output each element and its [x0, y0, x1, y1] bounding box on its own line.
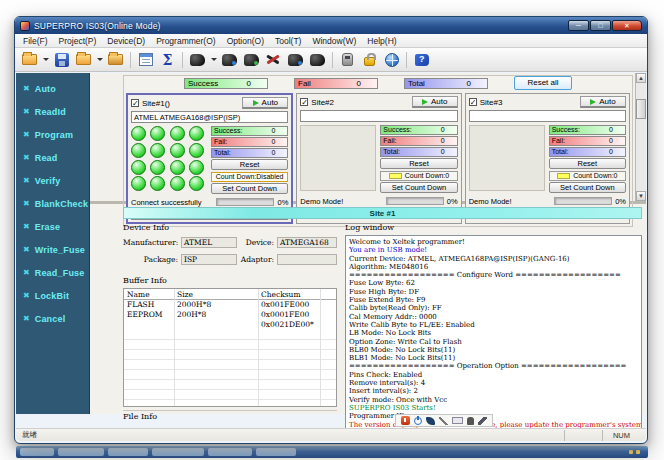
- site1-device-field[interactable]: ATMEL ATMEGA168@ISP(ISP): [131, 111, 288, 123]
- sidebar-item-blankcheck[interactable]: BlankCheck: [16, 192, 89, 215]
- col-checksum: Checksum: [258, 289, 320, 299]
- help-icon[interactable]: [412, 50, 431, 69]
- site1-set-countdown-button[interactable]: Set Count Down: [211, 183, 288, 194]
- cell: 0x001FE000: [258, 300, 320, 310]
- lock-icon[interactable]: [360, 50, 379, 69]
- led-icon: [131, 126, 146, 141]
- program-device-icon[interactable]: [242, 50, 261, 69]
- select-device-icon[interactable]: [188, 50, 207, 69]
- scroll-down-icon[interactable]: ▼: [636, 191, 646, 201]
- package-field: ISP: [181, 254, 237, 265]
- user-icon[interactable]: [467, 417, 474, 425]
- taskbar-button[interactable]: [108, 448, 148, 456]
- taskbar-button[interactable]: [256, 448, 296, 456]
- site1-auto-button[interactable]: Auto: [242, 97, 288, 109]
- robot-icon[interactable]: [338, 50, 357, 69]
- site2-total: Total:0: [380, 147, 457, 157]
- site2-auto-button[interactable]: Auto: [412, 96, 458, 108]
- site3-device-field[interactable]: [469, 110, 626, 122]
- sidebar-item-cancel[interactable]: Cancel: [16, 307, 89, 330]
- auto-sigma-icon[interactable]: Σ: [158, 50, 177, 69]
- maximize-button[interactable]: □: [590, 20, 611, 31]
- open-dropdown-icon[interactable]: [43, 58, 49, 61]
- site2-set-countdown-button[interactable]: Set Count Down: [380, 182, 457, 193]
- site3-reset-button[interactable]: Reset: [549, 158, 626, 169]
- site2-reset-button[interactable]: Reset: [380, 158, 457, 169]
- scroll-up-icon[interactable]: ▲: [636, 73, 646, 83]
- file-info-title: File Info: [123, 412, 337, 422]
- site2-checkbox[interactable]: [300, 98, 308, 106]
- menu-tool[interactable]: Tool(T): [275, 36, 301, 46]
- site3-auto-button[interactable]: Auto: [580, 96, 626, 108]
- menu-window[interactable]: Window(W): [312, 36, 356, 46]
- read-device-icon[interactable]: [220, 50, 239, 69]
- site-tab[interactable]: Site #1: [123, 207, 642, 219]
- device-dropdown-icon[interactable]: [211, 58, 217, 61]
- keyboard-icon[interactable]: [452, 417, 463, 424]
- device-op-icon[interactable]: [308, 50, 327, 69]
- menu-help[interactable]: Help(H): [367, 36, 396, 46]
- sidebar-item-read-fuse[interactable]: Read_Fuse: [16, 261, 89, 284]
- site1-checkbox[interactable]: [131, 99, 139, 107]
- table-row[interactable]: EEPROM 200H*8 0x0001FE00: [124, 310, 336, 320]
- site1-reset-button[interactable]: Reset: [211, 159, 288, 170]
- site3-countdown-box: Count Down:0: [549, 171, 626, 181]
- sidebar-item-lockbit[interactable]: LockBit: [16, 284, 89, 307]
- sidebar-item-label: Read_Fuse: [35, 268, 85, 278]
- op-icon: [23, 223, 30, 231]
- value: 0: [609, 148, 625, 155]
- scroll-thumb[interactable]: [636, 99, 646, 119]
- taskbar-button[interactable]: [152, 448, 204, 456]
- sidebar-item-readid[interactable]: ReadId: [16, 100, 89, 123]
- led-icon: [150, 143, 165, 158]
- power-icon[interactable]: [414, 417, 422, 425]
- phone-icon[interactable]: [426, 417, 435, 425]
- menu-device[interactable]: Device(D): [107, 36, 145, 46]
- buffer-table[interactable]: Name Size Checksum FLASH 2000H*8 0x001FE…: [123, 288, 337, 407]
- desktop-taskbar[interactable]: [16, 446, 648, 458]
- taskbar-button[interactable]: [208, 448, 252, 456]
- wrench-icon[interactable]: [478, 417, 487, 425]
- taskbar-button[interactable]: [20, 448, 54, 456]
- menu-file[interactable]: File(F): [23, 36, 48, 46]
- sidebar-item-read[interactable]: Read: [16, 146, 89, 169]
- table-row[interactable]: FLASH 2000H*8 0x001FE000: [124, 300, 336, 310]
- sites-scrollbar[interactable]: ▲ ▼: [635, 73, 646, 201]
- site3-checkbox[interactable]: [469, 98, 477, 106]
- sidebar-item-write-fuse[interactable]: Write_Fuse: [16, 238, 89, 261]
- table-row[interactable]: 0x0021DE00*: [124, 320, 336, 330]
- verify-device-icon[interactable]: [286, 50, 305, 69]
- save-icon[interactable]: [52, 50, 71, 69]
- menu-project[interactable]: Project(P): [59, 36, 97, 46]
- sidebar-item-program[interactable]: Program: [16, 123, 89, 146]
- total-label: Total: [405, 79, 425, 88]
- erase-device-icon[interactable]: [264, 50, 283, 69]
- open-file-icon[interactable]: [74, 50, 93, 69]
- sidebar-item-verify[interactable]: Verify: [16, 169, 89, 192]
- site2-device-field[interactable]: [300, 110, 457, 122]
- sidebar-item-erase[interactable]: Erase: [16, 215, 89, 238]
- status-cell: [564, 430, 602, 441]
- pen-icon[interactable]: [439, 417, 448, 425]
- titlebar[interactable]: SUPERPRO IS03(Online Mode) ─ □ ✕: [15, 17, 647, 34]
- edit-buffer-icon[interactable]: [136, 50, 155, 69]
- log-window[interactable]: Welcome to Xeltek programmer! You are in…: [345, 235, 642, 432]
- open-folder-icon[interactable]: [20, 50, 39, 69]
- reset-all-button[interactable]: Reset all: [514, 76, 572, 90]
- main-area: Auto ReadId Program Read Verify BlankChe…: [16, 73, 646, 414]
- open-file-dropdown-icon[interactable]: [97, 58, 103, 61]
- menubar: File(F) Project(P) Device(D) Programmer(…: [15, 34, 647, 48]
- menu-programmer[interactable]: Programmer(O): [156, 36, 216, 46]
- minimize-button[interactable]: ─: [568, 20, 589, 31]
- countdown-swatch-icon: [557, 173, 570, 179]
- close-button[interactable]: ✕: [612, 20, 642, 31]
- value: 0: [271, 127, 287, 134]
- site3-set-countdown-button[interactable]: Set Count Down: [549, 182, 626, 193]
- taskbar-button[interactable]: [58, 448, 104, 456]
- save-file-icon[interactable]: [106, 50, 125, 69]
- menu-option[interactable]: Option(O): [227, 36, 264, 46]
- sidebar-item-auto[interactable]: Auto: [16, 77, 89, 100]
- alert-icon[interactable]: [401, 416, 410, 425]
- tray-strip: [395, 414, 493, 427]
- web-icon[interactable]: [382, 50, 401, 69]
